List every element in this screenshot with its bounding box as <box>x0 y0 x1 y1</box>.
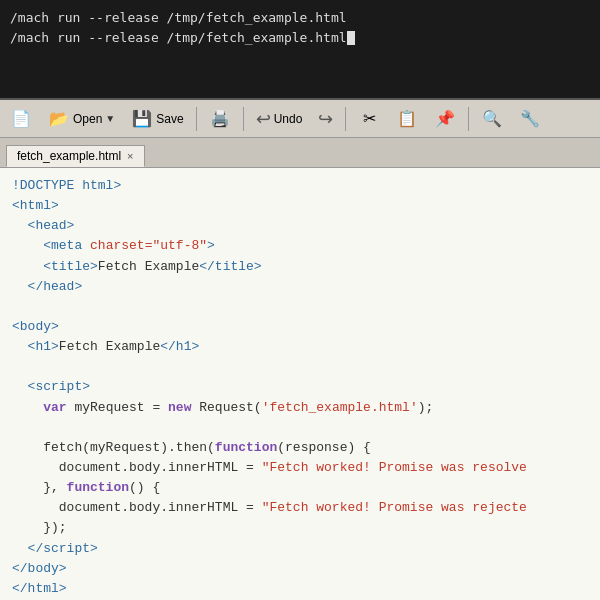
terminal-line-2: /mach run --release /tmp/fetch_example.h… <box>10 28 590 48</box>
cursor <box>347 31 355 45</box>
redo-button[interactable]: ↪ <box>312 105 339 133</box>
redo-icon: ↪ <box>318 108 333 130</box>
save-icon: 💾 <box>131 108 153 130</box>
settings-icon: 🔧 <box>519 108 541 130</box>
toolbar: 📄 📂 Open ▼ 💾 Save 🖨️ ↩ Undo ↪ ✂ 📋 📌 🔍 🔧 <box>0 100 600 138</box>
search-icon: 🔍 <box>481 108 503 130</box>
print-button[interactable]: 🖨️ <box>203 105 237 133</box>
editor-area[interactable]: !DOCTYPE html> <html> <head> <meta chars… <box>0 168 600 600</box>
search-button[interactable]: 🔍 <box>475 105 509 133</box>
function-kw-2: function <box>67 480 129 495</box>
tab-bar: fetch_example.html × <box>0 138 600 168</box>
separator-2 <box>243 107 244 131</box>
charset-val: "utf-8" <box>152 238 207 253</box>
open-button[interactable]: 📂 Open ▼ <box>42 105 121 133</box>
separator-4 <box>468 107 469 131</box>
h1-open: <h1> <box>28 339 59 354</box>
reject-str: "Fetch worked! Promise was rejecte <box>262 500 527 515</box>
charset-attr: charset= <box>90 238 152 253</box>
undo-icon: ↩ <box>256 108 271 130</box>
var-kw: var <box>43 400 66 415</box>
title-open: <title> <box>43 259 98 274</box>
copy-icon: 📋 <box>396 108 418 130</box>
open-icon: 📂 <box>48 108 70 130</box>
tab-fetch-example[interactable]: fetch_example.html × <box>6 145 145 167</box>
new-button[interactable]: 📄 <box>4 105 38 133</box>
save-button[interactable]: 💾 Save <box>125 105 189 133</box>
cut-button[interactable]: ✂ <box>352 105 386 133</box>
tab-close-button[interactable]: × <box>127 151 133 162</box>
new-kw: new <box>168 400 191 415</box>
request-str: 'fetch_example.html' <box>262 400 418 415</box>
html-close: </html> <box>12 581 67 596</box>
open-label: Open <box>73 112 102 126</box>
paste-button[interactable]: 📌 <box>428 105 462 133</box>
function-kw-1: function <box>215 440 277 455</box>
open-dropdown-icon: ▼ <box>105 113 115 124</box>
separator-1 <box>196 107 197 131</box>
print-icon: 🖨️ <box>209 108 231 130</box>
meta-tag: <meta <box>43 238 90 253</box>
terminal-line-1: /mach run --release /tmp/fetch_example.h… <box>10 8 590 28</box>
h1-close: </h1> <box>160 339 199 354</box>
title-text: Fetch Example <box>98 259 199 274</box>
paste-icon: 📌 <box>434 108 456 130</box>
undo-button[interactable]: ↩ Undo <box>250 105 309 133</box>
doctype: !DOCTYPE html> <box>12 178 121 193</box>
undo-label: Undo <box>274 112 303 126</box>
head-open: <head> <box>28 218 75 233</box>
head-close: </head> <box>28 279 83 294</box>
save-label: Save <box>156 112 183 126</box>
script-open: <script> <box>28 379 90 394</box>
copy-button[interactable]: 📋 <box>390 105 424 133</box>
body-close: </body> <box>12 561 67 576</box>
new-icon: 📄 <box>10 108 32 130</box>
script-close: </script> <box>28 541 98 556</box>
html-open: <html> <box>12 198 59 213</box>
terminal: /mach run --release /tmp/fetch_example.h… <box>0 0 600 100</box>
resolve-str: "Fetch worked! Promise was resolve <box>262 460 527 475</box>
body-open: <body> <box>12 319 59 334</box>
tab-filename: fetch_example.html <box>17 149 121 163</box>
title-close: </title> <box>199 259 261 274</box>
settings-button[interactable]: 🔧 <box>513 105 547 133</box>
separator-3 <box>345 107 346 131</box>
cut-icon: ✂ <box>358 108 380 130</box>
